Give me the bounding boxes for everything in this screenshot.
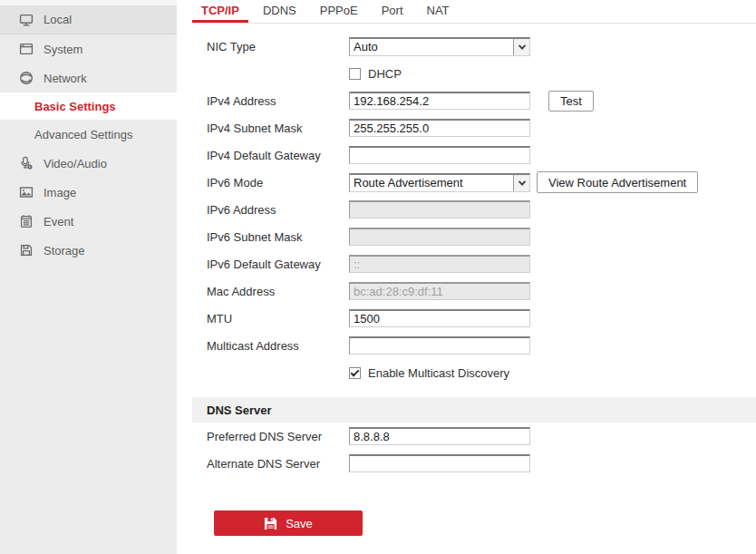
sidebar-item-label: Local <box>44 13 72 26</box>
globe-icon <box>18 71 34 86</box>
ipv4-default-gateway-row: IPv4 Default Gateway <box>192 141 756 169</box>
sidebar-item-local[interactable]: Local <box>0 5 177 34</box>
save-icon <box>264 517 277 530</box>
ipv4-default-gateway-label: IPv4 Default Gateway <box>207 149 349 162</box>
test-button[interactable]: Test <box>548 91 594 112</box>
ipv6-address-label: IPv6 Address <box>207 203 349 217</box>
sidebar: Local System Network <box>0 0 177 554</box>
ipv6-subnet-mask-label: IPv6 Subnet Mask <box>207 230 349 244</box>
multicast-address-label: Multicast Address <box>207 339 349 353</box>
tab-ddns[interactable]: DDNS <box>254 0 305 23</box>
preferred-dns-input[interactable] <box>349 427 530 445</box>
preferred-dns-row: Preferred DNS Server <box>192 423 756 450</box>
ipv6-default-gateway-row: IPv6 Default Gateway <box>192 250 756 277</box>
save-button[interactable]: Save <box>214 510 363 536</box>
sidebar-item-image[interactable]: Image <box>0 178 177 207</box>
sidebar-item-label: Video/Audio <box>44 157 107 170</box>
ipv6-address-row: IPv6 Address <box>192 196 756 223</box>
ipv4-address-label: IPv4 Address <box>207 94 349 108</box>
enable-multicast-discovery-checkbox[interactable] <box>349 367 361 379</box>
ipv4-subnet-mask-row: IPv4 Subnet Mask <box>192 114 756 141</box>
sidebar-item-storage[interactable]: Storage <box>0 236 177 265</box>
multicast-address-input[interactable] <box>349 336 530 355</box>
mtu-row: MTU <box>192 305 756 332</box>
ipv6-default-gateway-input <box>349 255 530 273</box>
save-button-label: Save <box>286 517 313 530</box>
ipv4-address-input[interactable] <box>349 92 530 110</box>
sidebar-item-label: Storage <box>44 244 85 258</box>
enable-multicast-discovery-label: Enable Multicast Discovery <box>368 366 509 380</box>
sidebar-item-label: System <box>44 43 82 56</box>
sidebar-item-network[interactable]: Network <box>0 63 177 92</box>
ipv6-mode-label: IPv6 Mode <box>207 176 349 190</box>
dhcp-row: DHCP <box>192 60 756 87</box>
dhcp-label: DHCP <box>368 67 402 81</box>
tab-tcpip[interactable]: TCP/IP <box>192 0 248 23</box>
tcpip-form: NIC Type Auto DHCP IPv4 Address Test IPv… <box>192 33 756 536</box>
sidebar-item-advanced-settings[interactable]: Advanced Settings <box>0 120 177 149</box>
sidebar-item-label: Event <box>44 215 73 228</box>
nic-type-row: NIC Type Auto <box>192 33 756 60</box>
sidebar-item-label: Basic Settings <box>34 100 116 113</box>
mac-address-input <box>349 282 530 300</box>
ipv6-subnet-mask-input <box>349 228 530 246</box>
tab-port[interactable]: Port <box>373 0 412 23</box>
ipv6-default-gateway-label: IPv6 Default Gateway <box>207 258 349 271</box>
dns-server-title: DNS Server <box>207 403 272 417</box>
storage-icon <box>18 243 34 258</box>
nic-type-select[interactable]: Auto <box>349 37 530 56</box>
window-icon <box>18 42 34 57</box>
sidebar-item-label: Network <box>44 72 87 85</box>
ipv6-mode-select[interactable]: Route Advertisement <box>349 173 530 192</box>
sidebar-item-label: Advanced Settings <box>34 128 132 141</box>
sidebar-item-basic-settings[interactable]: Basic Settings <box>0 92 177 120</box>
monitor-icon <box>18 12 34 27</box>
mtu-input[interactable] <box>349 309 530 327</box>
tab-nat[interactable]: NAT <box>418 0 459 23</box>
multicast-address-row: Multicast Address <box>192 332 756 359</box>
mac-address-row: Mac Address <box>192 277 756 305</box>
dns-server-section-header: DNS Server <box>192 397 756 423</box>
sidebar-item-video-audio[interactable]: Video/Audio <box>0 149 177 178</box>
ipv4-subnet-mask-input[interactable] <box>349 119 530 137</box>
preferred-dns-label: Preferred DNS Server <box>207 430 349 443</box>
alternate-dns-row: Alternate DNS Server <box>192 450 756 477</box>
chevron-down-icon <box>513 39 529 55</box>
ipv6-mode-row: IPv6 Mode Route Advertisement View Route… <box>192 169 756 196</box>
sidebar-item-label: Image <box>44 186 76 199</box>
ipv6-mode-selected-value: Route Advertisement <box>350 176 513 190</box>
tab-bar: TCP/IP DDNS PPPoE Port NAT <box>192 0 756 24</box>
view-route-advertisement-button[interactable]: View Route Advertisement <box>537 171 698 193</box>
image-icon <box>18 185 34 200</box>
alternate-dns-input[interactable] <box>349 454 530 472</box>
event-icon <box>18 214 34 229</box>
alternate-dns-label: Alternate DNS Server <box>207 457 349 471</box>
ipv4-address-row: IPv4 Address Test <box>192 87 756 114</box>
ipv6-address-input <box>349 200 530 219</box>
mic-icon <box>18 156 34 171</box>
mtu-label: MTU <box>207 312 349 326</box>
nic-type-selected-value: Auto <box>350 40 513 53</box>
dhcp-checkbox[interactable] <box>349 68 361 80</box>
nic-type-label: NIC Type <box>207 40 349 53</box>
mac-address-label: Mac Address <box>207 285 349 298</box>
sidebar-item-event[interactable]: Event <box>0 207 177 236</box>
enable-multicast-discovery-row: Enable Multicast Discovery <box>192 359 756 386</box>
ipv4-subnet-mask-label: IPv4 Subnet Mask <box>207 121 349 135</box>
main-content: TCP/IP DDNS PPPoE Port NAT NIC Type Auto… <box>177 0 756 554</box>
sidebar-item-system[interactable]: System <box>0 34 177 63</box>
ipv4-default-gateway-input[interactable] <box>349 146 530 164</box>
tab-pppoe[interactable]: PPPoE <box>311 0 367 23</box>
app-window: Local System Network <box>0 0 756 554</box>
chevron-down-icon <box>513 175 529 191</box>
ipv6-subnet-mask-row: IPv6 Subnet Mask <box>192 223 756 250</box>
